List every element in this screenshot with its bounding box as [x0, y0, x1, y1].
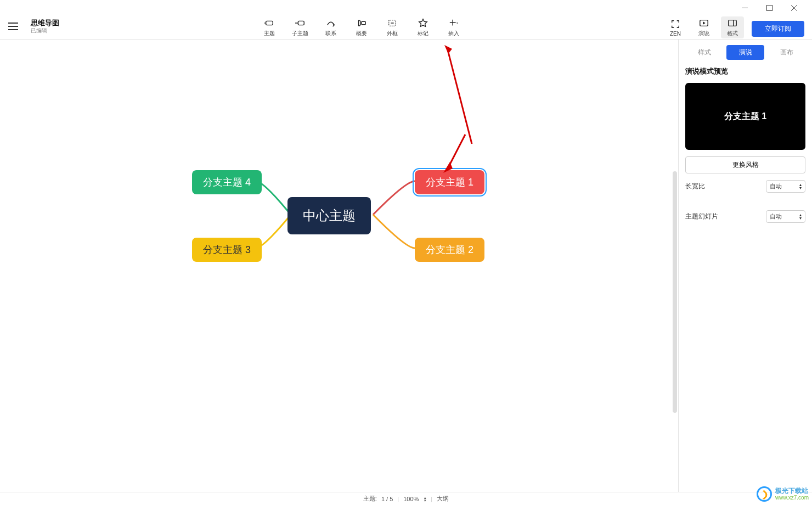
mindmap-branch-1[interactable]: 分支主题 1 — [415, 170, 484, 194]
tab-style[interactable]: 样式 — [685, 45, 723, 60]
toolbar-label: 格式 — [727, 30, 738, 37]
mindmap-branch-2[interactable]: 分支主题 2 — [415, 238, 484, 262]
boundary-icon — [387, 18, 397, 29]
toolbar-present-button[interactable]: 演说 — [692, 16, 715, 38]
toolbar-label: ZEN — [670, 31, 681, 37]
insert-icon — [449, 18, 459, 29]
toolbar-subtopic-button[interactable]: 子主题 — [287, 16, 313, 38]
toolbar-label: 主题 — [264, 30, 275, 37]
aspect-ratio-value: 自动 — [770, 182, 782, 190]
canvas[interactable]: 中心主题 分支主题 4 分支主题 3 分支主题 1 分支主题 2 — [0, 40, 678, 492]
toolbar-relation-button[interactable]: 联系 — [318, 16, 343, 38]
svg-marker-17 — [444, 45, 452, 54]
svg-line-16 — [447, 48, 472, 144]
chevron-updown-icon — [799, 214, 802, 220]
maximize-button[interactable] — [757, 0, 782, 15]
relation-icon — [326, 18, 336, 29]
toolbar-label: 插入 — [448, 30, 459, 37]
chevron-updown-icon — [799, 183, 802, 190]
toolbar-label: 联系 — [325, 30, 336, 37]
toolbar-label: 概要 — [356, 30, 367, 37]
mindmap-branch-4[interactable]: 分支主题 4 — [192, 170, 262, 194]
svg-rect-14 — [729, 20, 736, 26]
document-status: 已编辑 — [31, 27, 59, 34]
toolbar-label: 标记 — [418, 30, 428, 37]
watermark-line2: www.xz7.com — [775, 495, 809, 501]
mindmap-branch-3[interactable]: 分支主题 3 — [192, 238, 262, 262]
svg-rect-6 — [298, 21, 304, 25]
topic-count-label: 主题: — [363, 495, 377, 503]
toolbar-summary-button[interactable]: 概要 — [349, 16, 374, 38]
aspect-ratio-select[interactable]: 自动 — [766, 180, 805, 193]
toolbar-label: 演说 — [698, 30, 709, 37]
topic-slide-value: 自动 — [770, 212, 782, 221]
toolbar-label: 子主题 — [292, 30, 308, 37]
zen-icon — [670, 19, 680, 30]
svg-rect-4 — [266, 21, 273, 25]
close-button[interactable] — [782, 0, 807, 15]
preview-thumbnail[interactable]: 分支主题 1 — [685, 83, 805, 150]
mindmap-center-node[interactable]: 中心主题 — [287, 197, 371, 234]
zoom-level[interactable]: 100% — [403, 496, 419, 502]
preview-text: 分支主题 1 — [724, 111, 766, 122]
outline-toggle[interactable]: 大纲 — [437, 495, 449, 503]
toolbar-label: 外框 — [387, 30, 398, 37]
toolbar-insert-button[interactable]: 插入 — [441, 16, 466, 38]
document-title-block: 思维导图 已编辑 — [31, 19, 59, 34]
svg-line-18 — [448, 134, 465, 169]
marker-icon — [418, 18, 428, 29]
window-titlebar — [0, 0, 812, 15]
aspect-ratio-label: 长宽比 — [685, 182, 705, 191]
subtopic-icon — [295, 18, 305, 29]
minimize-button[interactable] — [732, 0, 757, 15]
tab-present[interactable]: 演说 — [726, 45, 764, 60]
subscribe-button[interactable]: 立即订阅 — [752, 21, 804, 37]
toolbar-boundary-button[interactable]: 外框 — [380, 16, 405, 38]
topic-slide-select[interactable]: 自动 — [766, 210, 805, 223]
sidebar: 样式 演说 画布 演说模式预览 分支主题 1 更换风格 长宽比 自动 主题幻灯片… — [678, 40, 812, 492]
topic-count-value: 1 / 5 — [381, 496, 393, 502]
tab-canvas[interactable]: 画布 — [768, 45, 805, 60]
annotation-arrow-icon — [444, 45, 477, 149]
menu-button[interactable] — [5, 19, 21, 34]
toolbar-marker-button[interactable]: 标记 — [410, 16, 436, 38]
zoom-stepper-icon[interactable]: ▴▾ — [424, 496, 426, 502]
main: 中心主题 分支主题 4 分支主题 3 分支主题 1 分支主题 2 样式 演说 画… — [0, 40, 812, 492]
topic-icon — [264, 18, 274, 29]
toolbar: 思维导图 已编辑 主题 子主题 联系 概要 外框 标记 — [0, 15, 812, 40]
watermark-line1: 极光下载站 — [775, 487, 809, 495]
watermark: 极光下载站 www.xz7.com — [757, 486, 809, 502]
document-title: 思维导图 — [31, 19, 59, 27]
statusbar: 主题: 1 / 5 | 100% ▴▾ | 大纲 — [0, 492, 812, 505]
scrollbar[interactable] — [673, 171, 678, 413]
annotation-arrow-icon — [443, 130, 471, 174]
summary-icon — [357, 18, 366, 29]
svg-rect-8 — [362, 21, 365, 24]
format-icon — [728, 18, 737, 29]
preview-label: 演说模式预览 — [685, 66, 805, 76]
toolbar-format-button[interactable]: 格式 — [721, 16, 744, 38]
topic-slide-label: 主题幻灯片 — [685, 212, 718, 221]
toolbar-zen-button[interactable]: ZEN — [664, 18, 687, 38]
sidebar-tabs: 样式 演说 画布 — [685, 45, 805, 60]
change-style-button[interactable]: 更换风格 — [685, 156, 805, 173]
svg-rect-1 — [767, 5, 772, 10]
toolbar-topic-button[interactable]: 主题 — [257, 16, 282, 38]
present-icon — [699, 18, 709, 29]
watermark-logo-icon — [757, 486, 772, 502]
